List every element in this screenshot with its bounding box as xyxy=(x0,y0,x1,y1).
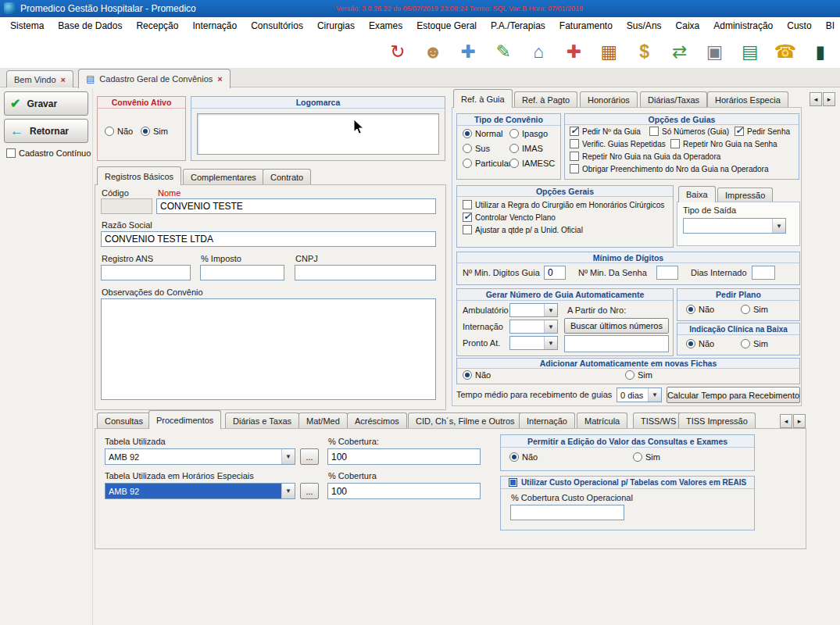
billing-icon[interactable]: $ xyxy=(631,39,658,66)
chevron-down-icon[interactable]: ▼ xyxy=(772,219,785,233)
adicionar-nao-radio[interactable]: Não xyxy=(463,370,491,380)
tipo-particular-radio[interactable]: Particular xyxy=(463,159,511,168)
chevron-down-icon[interactable]: ▼ xyxy=(544,337,557,349)
tab-internacao-bottom[interactable]: Internação xyxy=(519,412,575,429)
tipo-iamesc-radio[interactable]: IAMESC xyxy=(509,159,555,168)
cobertura2-field[interactable] xyxy=(327,483,481,499)
convenio-ativo-sim-radio[interactable]: Sim xyxy=(141,127,168,136)
menu-faturamento[interactable]: Faturamento xyxy=(552,17,620,35)
calcular-tempo-button[interactable]: Calcular Tempo para Recebimento xyxy=(667,387,800,403)
repetir-nro-guia-operadora-checkbox[interactable]: Repetir Nro Guia na Guia da Operadora xyxy=(570,152,720,161)
menu-bi[interactable]: BI xyxy=(819,17,840,35)
tab-tiss-impressao[interactable]: TISS Impressão xyxy=(678,412,756,429)
tab-horarios-especiais[interactable]: Horários Especia xyxy=(707,91,788,108)
a-partir-nro-field[interactable] xyxy=(564,335,669,352)
tab-ref-a-pagto[interactable]: Ref. à Pagto xyxy=(514,91,577,108)
tab-baixa[interactable]: Baixa xyxy=(678,186,716,202)
permitir-sim-radio[interactable]: Sim xyxy=(633,452,660,462)
nome-field[interactable] xyxy=(156,198,436,214)
menu-pa-terapias[interactable]: P.A./Terapias xyxy=(484,17,552,35)
custo-operacional-checkbox[interactable] xyxy=(509,478,517,487)
menu-recepcao[interactable]: Recepção xyxy=(129,17,185,35)
tempo-medio-select[interactable]: 0 dias ▼ xyxy=(617,388,662,402)
menu-sistema[interactable]: Sistema xyxy=(3,17,51,35)
controlar-vencto-plano-checkbox[interactable]: Controlar Vencto Plano xyxy=(463,212,556,222)
cobertura-custo-field[interactable] xyxy=(510,505,624,520)
menu-caixa[interactable]: Caixa xyxy=(669,17,707,35)
ambulatorio-select[interactable]: ▼ xyxy=(509,303,558,317)
codigo-field[interactable] xyxy=(101,198,152,214)
tab-bem-vindo[interactable]: Bem Vindo × xyxy=(6,70,73,88)
tipo-sus-radio[interactable]: Sus xyxy=(463,144,490,153)
tab-mat-med[interactable]: Mat/Med xyxy=(298,412,348,429)
chevron-down-icon[interactable]: ▼ xyxy=(281,484,295,498)
chevron-down-icon[interactable]: ▼ xyxy=(648,388,661,402)
tab-diarias-e-taxas[interactable]: Diárias e Taxas xyxy=(225,412,299,429)
cadastro-continuo-checkbox[interactable]: Cadastro Contínuo xyxy=(6,148,91,158)
so-numeros-guia-checkbox[interactable]: Só Números (Guia) xyxy=(649,127,729,136)
adicionar-sim-radio[interactable]: Sim xyxy=(625,370,652,380)
patients-icon[interactable]: ☻ xyxy=(420,39,446,66)
tab-acrescimos[interactable]: Acréscimos xyxy=(347,412,407,429)
pedir-plano-nao-radio[interactable]: Não xyxy=(686,305,714,314)
repetir-nro-guia-senha-checkbox[interactable]: Repetir Nro Guia na Senha xyxy=(670,139,777,148)
verific-guias-repetidas-checkbox[interactable]: Verific. Guias Repetidas xyxy=(570,139,666,148)
tabela-horarios-especiais-select[interactable]: AMB 92 ▼ xyxy=(105,483,295,499)
pedir-numero-guia-checkbox[interactable]: Pedir Nº da Guia xyxy=(570,127,641,136)
hospital-bed-icon[interactable]: ⌂ xyxy=(525,39,552,66)
indicacao-sim-radio[interactable]: Sim xyxy=(741,339,768,348)
ambulance-icon[interactable]: ✚ xyxy=(560,39,587,66)
close-icon[interactable]: × xyxy=(61,75,66,84)
menu-exames[interactable]: Exames xyxy=(362,17,409,35)
chevron-down-icon[interactable]: ▼ xyxy=(544,320,557,333)
menu-custo[interactable]: Custo xyxy=(780,17,818,35)
finance-transfer-icon[interactable]: ⇄ xyxy=(667,39,693,66)
permitir-nao-radio[interactable]: Não xyxy=(509,452,538,462)
tabela-browse-button[interactable]: ... xyxy=(300,448,319,465)
obrigar-preenchimento-checkbox[interactable]: Obrigar Preenchimento do Nro da Guia na … xyxy=(570,164,768,173)
dias-internado-field[interactable] xyxy=(752,266,775,280)
chevron-down-icon[interactable]: ▼ xyxy=(544,304,557,316)
doctor-icon[interactable]: ✚ xyxy=(455,39,481,66)
tab-scroll-right-icon[interactable]: ▸ xyxy=(823,92,835,106)
safe-icon[interactable]: ▣ xyxy=(702,39,728,66)
logomarca-image-area[interactable] xyxy=(197,113,439,155)
tab-ref-a-guia[interactable]: Ref. à Guia xyxy=(453,89,513,108)
ajustar-qtde-checkbox[interactable]: Ajustar a qtde p/ a Unid. Oficial xyxy=(463,225,583,234)
tab-diarias-taxas[interactable]: Diárias/Taxas xyxy=(640,91,707,108)
buscar-ultimos-numeros-button[interactable]: Buscar últimos números xyxy=(564,318,669,334)
sync-contacts-icon[interactable]: ↻ xyxy=(384,39,411,66)
tipo-imas-radio[interactable]: IMAS xyxy=(509,144,543,153)
convenio-ativo-nao-radio[interactable]: Não xyxy=(105,127,133,136)
tab-procedimentos[interactable]: Procedimentos xyxy=(148,410,221,429)
tab-registros-basicos[interactable]: Registros Básicos xyxy=(97,166,181,185)
imposto-field[interactable] xyxy=(200,265,284,280)
tabela-he-browse-button[interactable]: ... xyxy=(300,483,319,499)
tab-scroll-left-icon[interactable]: ◂ xyxy=(810,92,822,106)
tab-impressao[interactable]: Impressão xyxy=(717,188,773,202)
razao-social-field[interactable] xyxy=(101,231,436,247)
return-button[interactable]: ← Retornar xyxy=(4,119,88,143)
menu-consultorios[interactable]: Consultórios xyxy=(244,17,310,35)
manual-icon[interactable]: ▮ xyxy=(807,39,834,66)
tipo-ipasgo-radio[interactable]: Ipasgo xyxy=(509,129,548,138)
menu-estoque-geral[interactable]: Estoque Geral xyxy=(409,17,484,35)
regra-cirurgiao-checkbox[interactable]: Utilizar a Regra do Cirurgião em Honorár… xyxy=(463,200,664,209)
phone-icon[interactable]: ☎ xyxy=(772,39,799,66)
observacoes-field[interactable] xyxy=(101,298,436,400)
close-icon[interactable]: × xyxy=(217,74,222,84)
tab-contrato[interactable]: Contrato xyxy=(263,169,311,185)
bottom-tab-scroll-left-icon[interactable]: ◂ xyxy=(780,414,792,428)
menu-internacao[interactable]: Internação xyxy=(185,17,244,35)
pedir-plano-sim-radio[interactable]: Sim xyxy=(741,305,768,314)
menu-sus-ans[interactable]: Sus/Ans xyxy=(620,17,669,35)
menu-base-de-dados[interactable]: Base de Dados xyxy=(51,17,129,35)
medical-records-icon[interactable]: ✎ xyxy=(490,39,517,66)
bottom-tab-scroll-right-icon[interactable]: ▸ xyxy=(793,414,806,428)
internacao-select[interactable]: ▼ xyxy=(509,320,558,334)
menu-cirurgias[interactable]: Cirurgias xyxy=(310,17,362,35)
tab-complementares[interactable]: Complementares xyxy=(183,169,264,185)
schedule-icon[interactable]: ▤ xyxy=(737,39,763,66)
tab-honorarios[interactable]: Honorários xyxy=(580,91,638,108)
registro-ans-field[interactable] xyxy=(101,265,191,280)
